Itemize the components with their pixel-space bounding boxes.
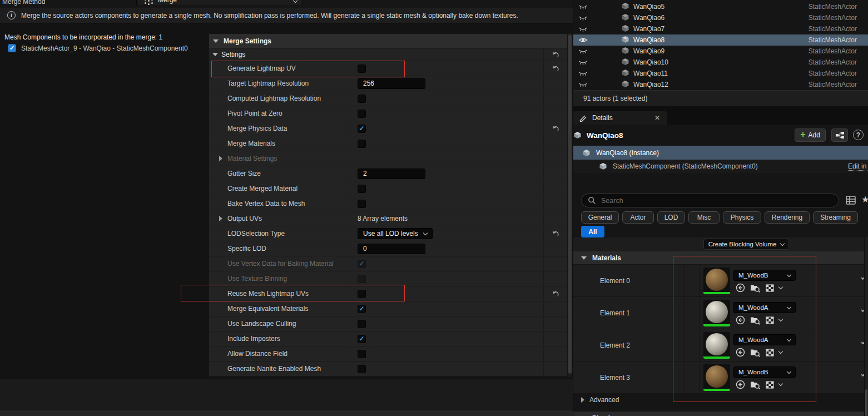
checkbox-merge-physics-data[interactable] [358, 125, 366, 133]
material-dropdown-m-wooda[interactable]: M_WoodA [733, 334, 796, 345]
filter-rendering[interactable]: Rendering [765, 211, 810, 224]
search-box[interactable] [581, 194, 839, 207]
favorites-star-icon[interactable]: ★ [861, 194, 868, 205]
checkbox-create-merged-material[interactable] [358, 185, 366, 193]
outliner-row-wanqiao12[interactable]: WanQiao12StaticMeshActor [573, 79, 868, 90]
chevron-down-icon[interactable] [778, 317, 783, 321]
material-thumbnail[interactable] [703, 268, 730, 294]
material-thumbnail[interactable] [703, 332, 730, 359]
close-icon[interactable]: ✕ [654, 114, 660, 122]
collapse-arrow-icon[interactable] [212, 53, 218, 56]
settings-reset-cell[interactable] [543, 48, 567, 61]
settings-reset-cell [543, 166, 567, 181]
material-dropdown-m-wooda[interactable]: M_WoodA [733, 302, 796, 313]
input-specific-lod[interactable]: 0 [358, 244, 425, 254]
scrollbar-thumb[interactable] [568, 34, 572, 374]
outliner-row-wanqiao7[interactable]: WanQiao7StaticMeshActor [573, 23, 868, 34]
mesh-component-list-item[interactable]: ✓ StaticMeshActor_9 - WanQiao - StaticMe… [8, 44, 188, 52]
merge-method-dropdown[interactable]: Merge [136, 0, 303, 6]
settings-reset-cell[interactable] [543, 286, 567, 301]
checkbox-reuse-mesh-lightmap-uvs[interactable] [358, 290, 366, 298]
add-component-button[interactable]: + Add [795, 128, 826, 142]
material-dropdown-m-woodb[interactable]: M_WoodB [733, 367, 796, 378]
texture-checker-icon[interactable] [766, 349, 774, 356]
eye-closed-button[interactable] [578, 15, 588, 21]
filter-all-button[interactable]: All [581, 226, 604, 237]
eye-open-button[interactable] [578, 37, 588, 43]
display-options-icon[interactable] [846, 196, 856, 205]
filter-general[interactable]: General [581, 211, 619, 224]
checkbox-generate-nanite-enabled-mesh[interactable] [358, 365, 366, 373]
checkbox-use-vertex-data-for-baking-material[interactable] [358, 260, 366, 268]
checkbox-computed-lightmap-resolution[interactable] [358, 95, 366, 103]
settings-reset-cell[interactable] [543, 61, 567, 76]
checkbox-pivot-point-at-zero[interactable] [358, 110, 366, 118]
dropdown-lodselection-type[interactable]: Use all LOD levels [358, 228, 433, 239]
checkbox-allow-distance-field[interactable] [358, 350, 366, 358]
material-actions [736, 283, 782, 293]
merge-settings-header[interactable]: Merge Settings [209, 34, 567, 48]
use-selected-asset-icon[interactable] [736, 283, 745, 293]
input-target-lightmap-resolution[interactable]: 256 [358, 78, 425, 89]
outliner-row-wanqiao11[interactable]: WanQiao11StaticMeshActor [573, 68, 868, 79]
browse-to-asset-icon[interactable] [750, 348, 761, 357]
browse-to-asset-icon[interactable] [750, 315, 761, 325]
checkbox-merge-equivalent-materials[interactable] [358, 305, 366, 313]
checkbox-include-imposters[interactable] [358, 335, 366, 343]
filter-lod[interactable]: LOD [657, 211, 685, 224]
outliner-row-wanqiao10[interactable]: WanQiao10StaticMeshActor [573, 57, 868, 68]
eye-closed-button[interactable] [578, 60, 588, 66]
checkbox-merge-materials[interactable] [358, 140, 366, 148]
chevron-down-icon[interactable] [778, 349, 783, 354]
eye-closed-button[interactable] [578, 26, 588, 32]
physics-category-header[interactable]: Physics [573, 412, 864, 416]
filter-streaming[interactable]: Streaming [813, 211, 858, 224]
filter-actor[interactable]: Actor [622, 211, 654, 224]
texture-checker-icon[interactable] [766, 284, 774, 292]
component-checkbox[interactable]: ✓ [8, 44, 16, 52]
instance-tree-row[interactable]: WanQiao8 (Instance) [573, 146, 868, 160]
texture-checker-icon[interactable] [766, 316, 774, 324]
chevron-down-icon[interactable] [778, 285, 783, 289]
advanced-expander-row[interactable]: Advanced [581, 396, 619, 404]
component-tree-row[interactable]: StaticMeshComponent (StaticMeshComponent… [573, 160, 868, 173]
materials-category-header[interactable]: Materials [573, 251, 864, 265]
checkbox-use-landscape-culling[interactable] [358, 320, 366, 328]
checkbox-generate-lightmap-uv[interactable] [358, 65, 366, 73]
texture-checker-icon[interactable] [766, 381, 774, 389]
material-thumbnail[interactable] [703, 364, 730, 391]
use-selected-asset-icon[interactable] [736, 380, 745, 389]
checkbox-use-texture-binning[interactable] [358, 275, 366, 283]
outliner-row-wanqiao6[interactable]: WanQiao6StaticMeshActor [573, 12, 868, 23]
filter-misc[interactable]: Misc [688, 211, 720, 224]
filter-physics[interactable]: Physics [723, 211, 761, 224]
eye-closed-button[interactable] [578, 48, 588, 55]
outliner-row-wanqiao9[interactable]: WanQiao9StaticMeshActor [573, 46, 868, 57]
use-selected-asset-icon[interactable] [736, 315, 745, 325]
use-selected-asset-icon[interactable] [736, 348, 745, 357]
eye-closed-button[interactable] [578, 4, 588, 10]
input-gutter-size[interactable]: 2 [358, 169, 425, 179]
browse-to-asset-icon[interactable] [750, 380, 761, 389]
merge-settings-scrollbar[interactable] [568, 33, 572, 377]
settings-reset-cell[interactable] [543, 121, 567, 136]
expand-arrow-icon[interactable] [219, 156, 222, 161]
eye-closed-button[interactable] [578, 71, 588, 77]
chevron-down-icon[interactable] [778, 382, 783, 386]
material-thumbnail[interactable] [703, 300, 730, 326]
checkbox-bake-vertex-data-to-mesh[interactable] [358, 200, 366, 208]
tab-details[interactable]: Details ✕ [573, 111, 667, 125]
browse-to-asset-icon[interactable] [750, 283, 761, 293]
eye-closed-button[interactable] [578, 82, 588, 88]
search-input[interactable] [601, 197, 812, 205]
material-dropdown-m-woodb[interactable]: M_WoodB [733, 270, 796, 281]
help-button[interactable]: ? [853, 130, 864, 140]
expand-arrow-icon[interactable] [219, 216, 222, 221]
outliner-row-wanqiao8[interactable]: WanQiao8StaticMeshActor [573, 34, 868, 46]
settings-reset-cell[interactable] [543, 226, 567, 241]
edit-in-cpp-link[interactable]: Edit in C++ [848, 162, 868, 171]
create-blocking-volume-button[interactable]: Create Blocking Volume [703, 239, 789, 250]
outliner-row-wanqiao5[interactable]: WanQiao5StaticMeshActor [573, 1, 868, 12]
blueprint-button[interactable] [831, 128, 848, 142]
details-scrollbar-thumb[interactable] [865, 389, 867, 416]
